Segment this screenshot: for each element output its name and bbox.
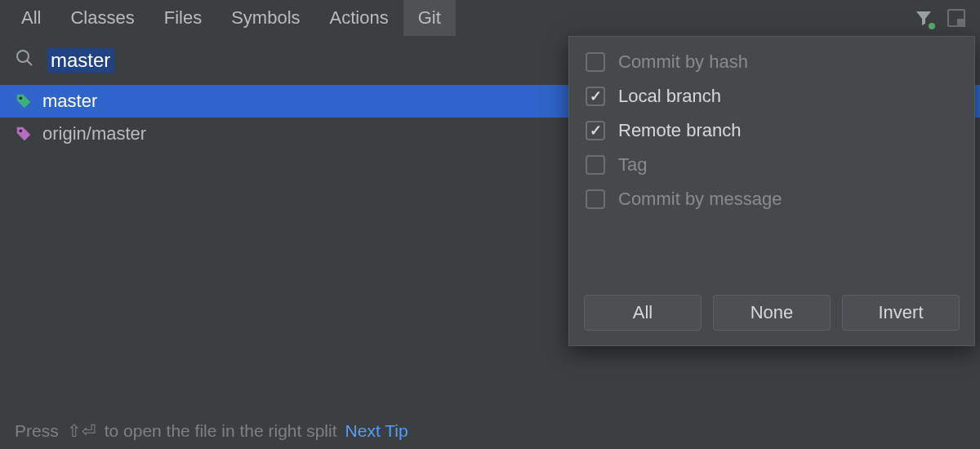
filter-option-label: Tag	[618, 154, 647, 176]
checkbox[interactable]	[586, 155, 605, 175]
filter-option-label: Commit by hash	[618, 51, 748, 73]
status-shortcut: ⇧⏎	[67, 421, 96, 441]
filter-option-label: Local branch	[618, 86, 721, 107]
filter-option-label: Commit by message	[618, 189, 782, 210]
status-prefix: Press	[15, 421, 59, 441]
svg-point-2	[20, 97, 23, 100]
filter-option-tag[interactable]: Tag	[569, 148, 974, 182]
filter-option-commit-message[interactable]: Commit by message	[569, 182, 974, 216]
status-suffix: to open the file in the right split	[105, 421, 337, 441]
tab-classes[interactable]: Classes	[56, 0, 149, 36]
search-icon	[15, 48, 34, 73]
result-label: master	[42, 91, 97, 112]
checkbox[interactable]	[586, 87, 605, 106]
status-bar: Press ⇧⏎ to open the file in the right s…	[0, 413, 980, 449]
checkbox[interactable]	[586, 189, 605, 209]
tab-git[interactable]: Git	[403, 0, 456, 36]
next-tip-link[interactable]: Next Tip	[345, 421, 408, 441]
filter-active-dot	[929, 23, 935, 29]
result-label: origin/master	[42, 123, 146, 144]
filter-option-label: Remote branch	[618, 120, 741, 141]
filter-none-button[interactable]: None	[713, 295, 831, 331]
branch-tag-icon	[15, 92, 33, 110]
search-input-value: master	[47, 48, 114, 73]
svg-point-0	[17, 51, 29, 62]
filter-button-row: All None Invert	[569, 282, 974, 345]
tab-actions[interactable]: Actions	[315, 0, 403, 36]
filter-option-local-branch[interactable]: Local branch	[569, 79, 974, 113]
filter-option-commit-hash[interactable]: Commit by hash	[569, 45, 974, 79]
svg-line-1	[27, 60, 32, 65]
checkbox[interactable]	[586, 121, 605, 140]
filter-invert-button[interactable]: Invert	[842, 295, 960, 331]
filter-icon[interactable]	[913, 7, 934, 29]
checkbox[interactable]	[586, 52, 605, 72]
tab-files[interactable]: Files	[149, 0, 216, 36]
tab-all[interactable]: All	[7, 0, 56, 36]
svg-point-3	[20, 130, 23, 133]
branch-tag-icon	[15, 125, 33, 143]
tab-symbols[interactable]: Symbols	[216, 0, 314, 36]
search-everywhere-tabs: All Classes Files Symbols Actions Git	[0, 0, 980, 36]
open-in-tool-window-icon[interactable]	[947, 9, 965, 27]
filter-option-remote-branch[interactable]: Remote branch	[569, 113, 974, 148]
filter-all-button[interactable]: All	[584, 295, 702, 331]
filter-popup: Commit by hash Local branch Remote branc…	[568, 36, 975, 346]
